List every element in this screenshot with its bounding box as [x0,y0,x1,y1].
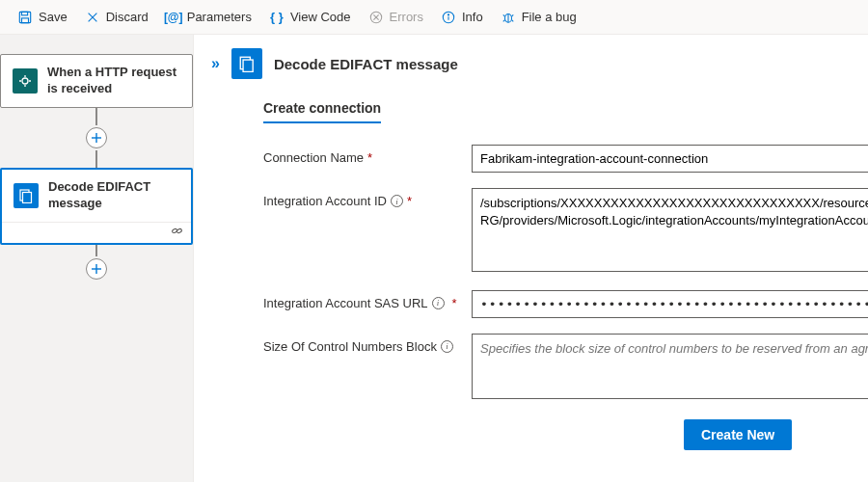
connector-line [95,150,97,168]
parameters-icon: [@] [166,10,181,25]
info-icon[interactable]: i [432,297,445,309]
http-trigger-icon [13,68,38,94]
errors-icon [368,10,384,25]
parameters-button[interactable]: [@] Parameters [158,4,259,31]
sas-url-label: Integration Account SAS URL i* [263,290,472,310]
svg-line-15 [502,19,504,21]
edifact-icon [14,183,39,208]
save-icon [17,10,33,25]
view-code-label: View Code [290,10,351,24]
discard-icon [85,10,100,25]
section-title: Create connection [263,93,381,123]
file-bug-button[interactable]: File a bug [493,4,584,31]
discard-label: Discard [106,10,149,24]
designer-toolbar: Save Discard [@] Parameters { } View Cod… [0,0,868,35]
sas-url-input[interactable]: ••••••••••••••••••••••••••••••••••••••••… [472,290,868,318]
create-new-button[interactable]: Create New [684,419,792,450]
trigger-title: When a HTTP request is received [47,65,180,97]
svg-rect-27 [243,60,253,71]
bug-icon [501,10,516,25]
collapse-panel-button[interactable]: » [211,55,220,72]
parameters-label: Parameters [187,10,252,24]
errors-label: Errors [390,10,423,24]
workflow-canvas[interactable]: When a HTTP request is received Decode E… [0,35,194,482]
svg-point-17 [22,78,28,84]
integration-account-id-input[interactable] [472,188,868,272]
connector-line [95,245,97,256]
code-icon: { } [269,10,285,25]
action-config-panel: » Decode EDIFACT message ··· Create conn… [194,35,868,482]
connector-line [95,108,97,125]
svg-point-9 [448,13,448,14]
save-button[interactable]: Save [10,4,75,31]
panel-title: Decode EDIFACT message [274,56,868,72]
trigger-node-http-request[interactable]: When a HTTP request is received [0,54,193,108]
save-label: Save [39,10,68,24]
add-step-button[interactable] [86,127,107,148]
connection-name-input[interactable] [472,145,868,173]
svg-line-16 [511,19,513,21]
block-size-input[interactable] [472,334,868,400]
add-step-button[interactable] [86,258,107,280]
svg-rect-2 [22,17,29,22]
link-icon [171,225,183,240]
action-node-decode-edifact[interactable]: Decode EDIFACT message [0,168,193,245]
info-icon [441,10,456,25]
errors-button: Errors [361,4,431,31]
svg-line-14 [511,14,513,16]
svg-rect-1 [22,12,28,15]
view-code-button[interactable]: { } View Code [261,4,359,31]
integration-account-id-label: Integration Account ID i * [263,188,472,208]
discard-button[interactable]: Discard [77,4,156,31]
svg-point-23 [176,228,182,234]
svg-line-13 [502,14,504,16]
svg-rect-21 [23,192,32,202]
connection-name-label: Connection Name * [263,145,472,165]
info-icon[interactable]: i [441,340,453,353]
block-size-label: Size Of Control Numbers Block i [263,334,472,354]
panel-edifact-icon [231,48,262,79]
file-bug-label: File a bug [522,10,577,24]
info-button[interactable]: Info [433,4,491,31]
action-title: Decode EDIFACT message [48,179,179,212]
info-label: Info [462,10,483,24]
info-icon[interactable]: i [391,195,403,207]
